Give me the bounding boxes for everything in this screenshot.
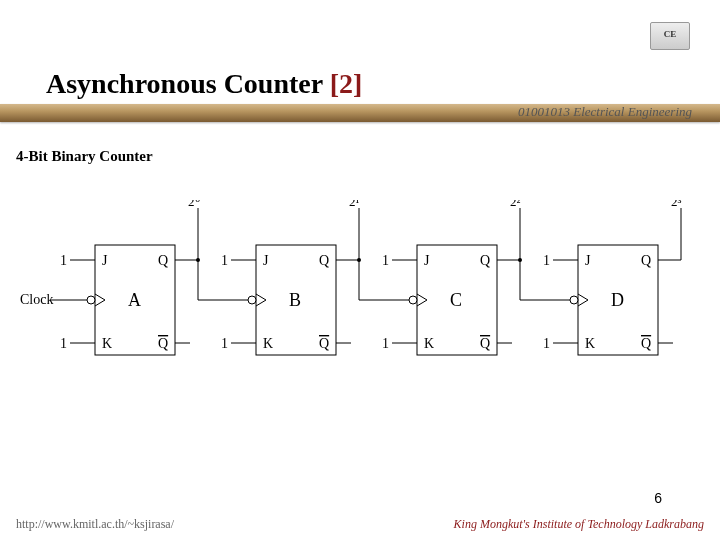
svg-text:A: A [128,290,141,310]
svg-text:J: J [424,253,430,268]
flipflop-D: J Q K Q D 1 1 2³ [543,200,682,355]
title-main: Asynchronous Counter [46,68,330,99]
svg-point-62 [570,296,578,304]
svg-text:K: K [102,336,112,351]
flipflop-C: J Q K Q C 1 1 2² [382,200,570,355]
ce-logo: CE [650,22,690,50]
svg-text:C: C [450,290,462,310]
circuit-diagram: .box { fill: #fff; stroke: #000; stroke-… [20,200,700,400]
svg-text:K: K [263,336,273,351]
svg-text:Q: Q [158,336,168,351]
course-code: 01001013 Electrical Engineering [518,104,692,120]
svg-text:Q: Q [319,336,329,351]
svg-text:J: J [263,253,269,268]
footer-institution: King Mongkut's Institute of Technology L… [454,517,704,532]
svg-text:2⁰: 2⁰ [188,200,200,209]
svg-text:Q: Q [319,253,329,268]
svg-text:J: J [102,253,108,268]
svg-text:D: D [611,290,624,310]
svg-text:2²: 2² [510,200,521,209]
subtitle: 4-Bit Binary Counter [16,148,153,165]
svg-text:Q: Q [480,253,490,268]
svg-text:Q: Q [480,336,490,351]
flipflop-B: J Q K Q B 1 1 2¹ [221,200,409,355]
svg-text:J: J [585,253,591,268]
slide-title: Asynchronous Counter [2] [46,68,362,100]
page-number: 6 [654,490,662,506]
svg-text:1: 1 [382,253,389,268]
svg-text:1: 1 [221,253,228,268]
svg-text:1: 1 [60,336,67,351]
svg-text:2¹: 2¹ [349,200,360,209]
svg-text:K: K [585,336,595,351]
svg-text:2³: 2³ [671,200,682,209]
svg-text:Q: Q [641,253,651,268]
svg-text:1: 1 [60,253,67,268]
svg-text:Q: Q [158,253,168,268]
svg-text:Clock: Clock [20,292,53,307]
svg-text:1: 1 [221,336,228,351]
title-bracket: [2] [330,68,363,99]
footer-url: http://www.kmitl.ac.th/~ksjirasa/ [16,517,174,532]
svg-text:Q: Q [641,336,651,351]
svg-text:1: 1 [543,253,550,268]
svg-text:1: 1 [382,336,389,351]
svg-text:1: 1 [543,336,550,351]
flipflop-A: J Q K Q A 1 1 Clock 2⁰ [20,200,248,355]
svg-point-6 [87,296,95,304]
svg-text:K: K [424,336,434,351]
svg-point-26 [248,296,256,304]
svg-point-44 [409,296,417,304]
svg-text:B: B [289,290,301,310]
